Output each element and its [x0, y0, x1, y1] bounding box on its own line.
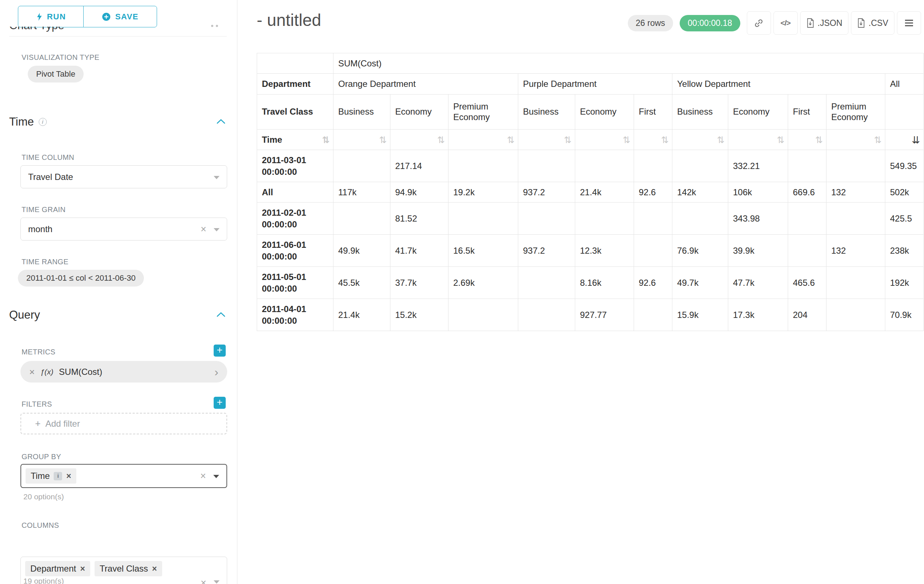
pivot-value-cell [788, 202, 827, 235]
time-range-pill[interactable]: 2011-01-01 ≤ col < 2011-06-30 [18, 270, 144, 286]
export-csv-button[interactable]: .CSV [851, 12, 894, 35]
pivot-value-cell: 41.7k [390, 235, 449, 267]
time-column-label: TIME COLUMN [21, 153, 74, 162]
pivot-value-cell: 132 [827, 235, 885, 267]
pivot-row-key: 2011-02-01 00:00:00 [257, 202, 333, 235]
pivot-value-cell: 106k [728, 182, 788, 202]
chart-title[interactable]: - untitled [257, 10, 321, 30]
download-file-icon [807, 18, 814, 28]
add-metric-button[interactable]: + [214, 345, 226, 357]
link-icon [754, 18, 764, 28]
chip-remove-icon[interactable]: × [66, 472, 71, 480]
sort-icon[interactable]: ⇅ [815, 134, 823, 145]
chevron-down-icon[interactable] [214, 580, 219, 584]
sort-descending-icon[interactable]: ⇊ [912, 134, 920, 145]
chip-remove-icon[interactable]: × [80, 565, 85, 573]
function-icon: ƒ(x) [40, 368, 53, 376]
pivot-sort-cell: ⇅ [518, 130, 575, 150]
pivot-value-cell: 81.52 [390, 202, 449, 235]
pivot-value-cell: 142k [672, 182, 728, 202]
pivot-sort-cell: ⇅ [575, 130, 634, 150]
clear-icon[interactable]: × [201, 224, 206, 234]
pivot-value-cell: 47.7k [728, 267, 788, 299]
pivot-class-header: Economy [390, 95, 449, 130]
pivot-value-cell [575, 150, 634, 182]
pivot-value-cell: 937.2 [518, 235, 575, 267]
pivot-row-key: All [257, 182, 333, 202]
chip-label: Travel Class [100, 564, 148, 574]
clear-icon[interactable]: × [201, 578, 206, 584]
export-json-button[interactable]: .JSON [800, 12, 849, 35]
pivot-value-cell [634, 299, 672, 331]
pivot-value-cell: 39.9k [728, 235, 788, 267]
chevron-down-icon[interactable] [214, 228, 219, 231]
add-filter-field[interactable]: + Add filter [20, 413, 227, 434]
field-chip[interactable]: Department× [25, 561, 90, 576]
view-query-button[interactable]: </> [774, 12, 798, 35]
sort-icon[interactable]: ⇅ [661, 134, 669, 145]
export-button-group: </> .JSON .CSV [747, 12, 921, 35]
pivot-value-cell: 21.4k [333, 299, 390, 331]
pivot-value-cell [518, 150, 575, 182]
pivot-all-subheader [885, 95, 924, 130]
json-button-label: .JSON [818, 18, 843, 28]
query-timer-badge: 00:00:00.18 [680, 15, 740, 31]
pivot-value-cell: 425.5 [885, 202, 924, 235]
pivot-value-cell: 92.6 [634, 182, 672, 202]
pivot-value-cell: 45.5k [333, 267, 390, 299]
chevron-right-icon[interactable]: › [214, 366, 218, 378]
time-column-select[interactable]: Travel Date [20, 165, 227, 188]
permalink-button[interactable] [747, 12, 771, 35]
pivot-value-cell [827, 150, 885, 182]
collapse-time-section-button[interactable] [215, 117, 227, 127]
time-grain-select[interactable]: month × [20, 217, 227, 240]
time-section-title: Time [9, 115, 34, 128]
remove-metric-icon[interactable]: × [29, 367, 35, 377]
sort-icon[interactable]: ⇅ [507, 134, 515, 145]
pivot-sort-cell-all: ⇊ [885, 130, 924, 150]
metric-pill[interactable]: × ƒ(x) SUM(Cost) › [20, 361, 227, 383]
pivot-table-container: SUM(Cost)DepartmentOrange DepartmentPurp… [257, 53, 924, 331]
clear-icon[interactable]: × [200, 471, 206, 481]
control-panel-sidebar: RUN SAVE Chart Type VISUALIZATION TYPE P… [0, 0, 238, 584]
field-chip[interactable]: Timei× [26, 468, 76, 484]
group-by-label: GROUP BY [21, 452, 61, 461]
field-chip[interactable]: Travel Class× [95, 561, 162, 576]
sort-icon[interactable]: ⇅ [777, 134, 784, 145]
chevron-down-icon[interactable] [214, 176, 219, 179]
pivot-dept-group-header: Yellow Department [672, 74, 885, 95]
run-button-label: RUN [47, 12, 66, 21]
sort-icon[interactable]: ⇅ [717, 134, 724, 145]
metrics-label: METRICS [21, 348, 56, 356]
sort-icon[interactable]: ⇅ [623, 134, 630, 145]
pivot-department-header: Department [257, 74, 333, 95]
sort-icon[interactable]: ⇅ [322, 134, 330, 145]
pivot-class-header: Premium Economy [449, 95, 518, 130]
pivot-dept-group-header: Orange Department [333, 74, 518, 95]
pivot-class-header: Premium Economy [827, 95, 885, 130]
menu-button[interactable] [897, 12, 921, 35]
info-icon: i [39, 118, 47, 126]
sort-icon[interactable]: ⇅ [437, 134, 445, 145]
chevron-down-icon[interactable] [213, 475, 219, 478]
sort-icon[interactable]: ⇅ [874, 134, 882, 145]
save-button[interactable]: SAVE [83, 6, 157, 27]
run-save-button-group: RUN SAVE [18, 6, 157, 27]
add-filter-plus-button[interactable]: + [214, 397, 226, 409]
sort-icon[interactable]: ⇅ [379, 134, 387, 145]
pivot-value-cell: 92.6 [634, 267, 672, 299]
time-section-header: Time i [9, 115, 227, 128]
pivot-value-cell: 12.3k [575, 235, 634, 267]
sort-icon[interactable]: ⇅ [564, 134, 572, 145]
time-column-value: Travel Date [28, 172, 73, 182]
pivot-value-cell: 49.7k [672, 267, 728, 299]
collapse-query-section-button[interactable] [215, 310, 227, 320]
group-by-select[interactable]: Timei× × [20, 464, 227, 488]
pivot-value-cell: 37.7k [390, 267, 449, 299]
run-button[interactable]: RUN [18, 6, 84, 27]
pivot-value-cell: 937.2 [518, 182, 575, 202]
chip-label: Time [31, 471, 50, 481]
pivot-value-cell: 16.5k [449, 235, 518, 267]
chip-remove-icon[interactable]: × [152, 565, 157, 573]
viz-type-pill[interactable]: Pivot Table [28, 66, 84, 82]
